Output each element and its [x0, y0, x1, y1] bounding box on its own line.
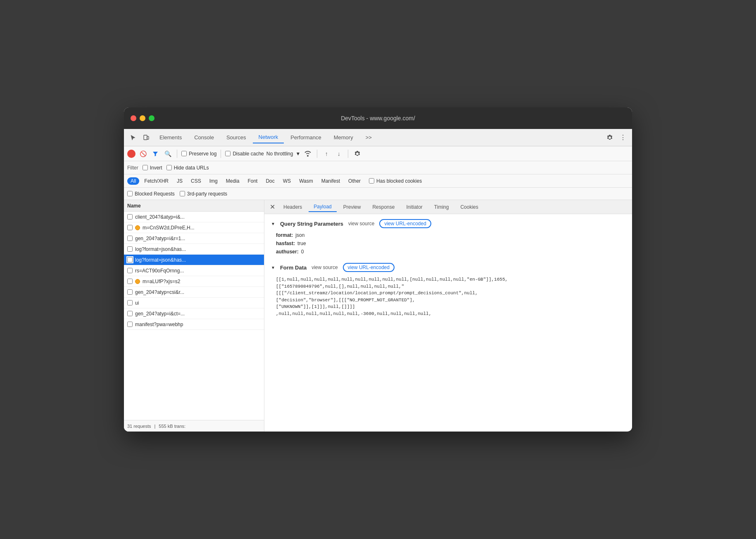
clear-icon[interactable]: 🚫 [138, 149, 148, 159]
preserve-log-input[interactable] [181, 151, 187, 156]
filter-icon[interactable] [150, 149, 160, 159]
disable-cache-checkbox[interactable]: Disable cache [225, 151, 264, 157]
list-item[interactable]: client_204?&atyp=i&... [124, 212, 264, 222]
collapse-triangle[interactable]: ▼ [271, 222, 275, 226]
maximize-button[interactable] [149, 115, 155, 121]
blocked-requests-input[interactable] [127, 191, 133, 196]
yellow-dot-icon [135, 225, 140, 230]
hide-data-urls-checkbox[interactable]: Hide data URLs [166, 165, 209, 171]
item5-label: log?format=json&has... [135, 257, 186, 263]
tab-initiator[interactable]: Initiator [401, 203, 427, 212]
item6-checkbox[interactable] [127, 268, 133, 273]
settings2-icon[interactable] [352, 149, 362, 159]
filter-js[interactable]: JS [174, 177, 186, 185]
blocked-requests-checkbox[interactable]: Blocked Requests [127, 191, 175, 197]
item11-checkbox[interactable] [127, 322, 133, 327]
filter-bar: Filter Invert Hide data URLs [124, 161, 632, 174]
item7-checkbox[interactable] [127, 279, 133, 284]
form-data-collapse-triangle[interactable]: ▼ [271, 265, 275, 270]
tab-memory[interactable]: Memory [328, 132, 359, 143]
filter-type-bar: All Fetch/XHR JS CSS Img Media Font Doc … [124, 174, 632, 188]
preserve-log-checkbox[interactable]: Preserve log [181, 151, 216, 157]
filter-font[interactable]: Font [244, 177, 261, 185]
filter-fetch-xhr[interactable]: Fetch/XHR [141, 177, 172, 185]
form-view-url-encoded-button[interactable]: view URL-encoded [343, 263, 395, 272]
filter-doc[interactable]: Doc [262, 177, 278, 185]
download-icon[interactable]: ↓ [334, 149, 344, 159]
tab-payload[interactable]: Payload [309, 202, 336, 212]
tab-sources[interactable]: Sources [221, 132, 252, 143]
upload-icon[interactable]: ↑ [321, 149, 331, 159]
yellow-dot2-icon [135, 279, 140, 284]
filter-other[interactable]: Other [345, 177, 364, 185]
query-string-header: ▼ Query String Parameters view source vi… [271, 219, 625, 228]
tab-network[interactable]: Network [253, 131, 284, 143]
tab-performance[interactable]: Performance [285, 132, 327, 143]
list-item[interactable]: rs=ACT90oFqOrnng... [124, 265, 264, 276]
more-options-icon[interactable]: ⋮ [617, 132, 629, 143]
list-item-selected[interactable]: log?format=json&has... [124, 255, 264, 265]
wifi-icon[interactable] [303, 149, 313, 159]
filter-all[interactable]: All [127, 177, 139, 185]
query-view-url-encoded-button[interactable]: view URL-encoded [379, 219, 431, 228]
list-item[interactable]: m=CnSW2d,DPreE,H... [124, 222, 264, 233]
close-detail-button[interactable]: ✕ [268, 203, 277, 212]
item8-checkbox[interactable] [127, 289, 133, 295]
tab-preview[interactable]: Preview [338, 203, 366, 212]
filter-img[interactable]: Img [206, 177, 221, 185]
invert-input[interactable] [143, 165, 148, 170]
hide-data-urls-input[interactable] [166, 165, 172, 170]
item4-checkbox[interactable] [127, 246, 133, 252]
settings-icon[interactable] [604, 132, 616, 143]
record-button[interactable] [127, 150, 136, 158]
list-item[interactable]: gen_204?atyp=i&ct=... [124, 308, 264, 319]
list-item[interactable]: gen_204?atyp=csi&r... [124, 287, 264, 298]
form-data-title: Form Data [280, 265, 307, 271]
item8-label: gen_204?atyp=csi&r... [135, 289, 184, 295]
item9-checkbox[interactable] [127, 300, 133, 305]
item1-label: client_204?&atyp=i&... [135, 214, 185, 220]
close-button[interactable] [131, 115, 136, 121]
form-data-line: ["decision","browser"],[[["NO_PROMPT_NOT… [276, 297, 625, 304]
filter-media[interactable]: Media [223, 177, 243, 185]
tab-headers[interactable]: Headers [278, 203, 307, 212]
list-item[interactable]: gen_204?atyp=i&r=1... [124, 233, 264, 244]
window-title: DevTools - www.google.com/ [341, 115, 415, 122]
disable-cache-input[interactable] [225, 151, 231, 156]
query-view-source-link[interactable]: view source [348, 221, 374, 227]
invert-checkbox[interactable]: Invert [143, 165, 162, 171]
list-item[interactable]: manifest?pwa=webhp [124, 319, 264, 330]
tab-response[interactable]: Response [367, 203, 399, 212]
filter-wasm[interactable]: Wasm [296, 177, 316, 185]
filter-ws[interactable]: WS [280, 177, 294, 185]
item10-checkbox[interactable] [127, 311, 133, 316]
has-blocked-cookies-input[interactable] [369, 178, 374, 184]
item1-checkbox[interactable] [127, 214, 133, 219]
item3-checkbox[interactable] [127, 236, 133, 241]
item6-label: rs=ACT90oFqOrnng... [135, 268, 184, 274]
third-party-checkbox[interactable]: 3rd-party requests [180, 191, 227, 197]
cursor-icon[interactable] [127, 132, 139, 143]
has-blocked-cookies-checkbox[interactable]: Has blocked cookies [369, 178, 422, 184]
list-item[interactable]: log?format=json&has... [124, 244, 264, 255]
list-item[interactable]: m=aLUfP?xjs=s2 [124, 276, 264, 287]
item2-checkbox[interactable] [127, 225, 133, 230]
network-toolbar: 🚫 🔍 Preserve log Disable cache No thrott… [124, 146, 632, 161]
item7-label: m=aLUfP?xjs=s2 [143, 279, 180, 284]
titlebar: DevTools - www.google.com/ [124, 107, 632, 129]
tab-elements[interactable]: Elements [154, 132, 188, 143]
tab-timing[interactable]: Timing [429, 203, 454, 212]
filter-css[interactable]: CSS [188, 177, 204, 185]
minimize-button[interactable] [140, 115, 145, 121]
list-item[interactable]: ui [124, 298, 264, 308]
item5-checkbox[interactable] [127, 257, 133, 262]
tab-console[interactable]: Console [188, 132, 220, 143]
form-view-source-link[interactable]: view source [311, 265, 338, 270]
tab-cookies[interactable]: Cookies [455, 203, 483, 212]
tab-more[interactable]: >> [360, 132, 378, 143]
device-icon[interactable] [140, 132, 152, 143]
search-icon[interactable]: 🔍 [163, 149, 173, 159]
divider1 [177, 150, 177, 158]
filter-manifest[interactable]: Manifest [318, 177, 343, 185]
third-party-input[interactable] [180, 191, 185, 196]
